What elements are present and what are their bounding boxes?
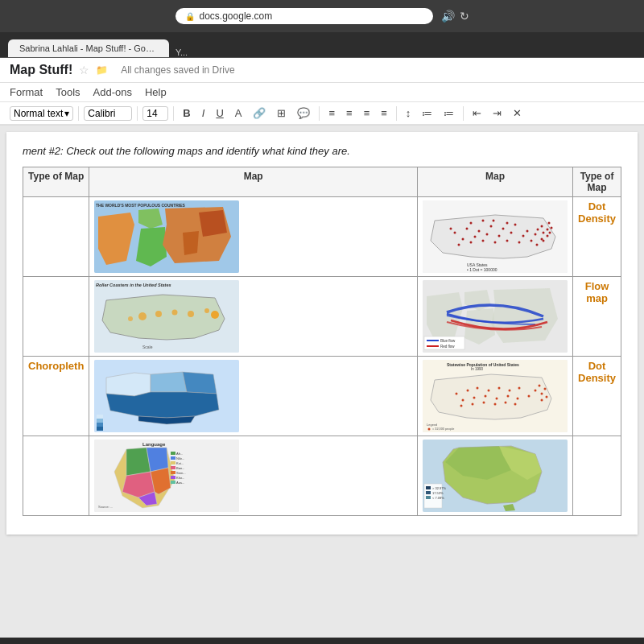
underline-button[interactable]: U — [212, 105, 227, 121]
align-right-button[interactable]: ≡ — [360, 105, 374, 121]
active-tab[interactable]: Sabrina Lahlali - Map Stuff! - Google Do… — [8, 39, 169, 57]
svg-rect-76 — [97, 415, 103, 419]
world-map-svg: THE WORLD'S MOST POPULOUS COUNTRIES — [94, 200, 239, 273]
col-header-map-left: Map — [89, 167, 418, 197]
close-button[interactable]: ✕ — [509, 105, 526, 121]
svg-text:= 32,000 people: = 32,000 people — [432, 427, 454, 431]
type-label-dot-density-2: Dot Density — [578, 360, 616, 384]
svg-point-36 — [470, 222, 473, 225]
address-bar[interactable]: 🔒 docs.google.com — [175, 8, 433, 24]
text-color-button[interactable]: A — [231, 105, 246, 121]
svg-point-15 — [514, 224, 517, 226]
italic-button[interactable]: I — [198, 105, 209, 121]
svg-point-20 — [498, 235, 501, 237]
svg-marker-6 — [183, 231, 199, 255]
map-right-4: > 32.97% 17.53% < 7.09% — [418, 436, 573, 516]
svg-point-35 — [506, 222, 509, 225]
svg-marker-83 — [431, 374, 551, 419]
svg-marker-73 — [183, 372, 217, 394]
indent-inc-button[interactable]: ⇥ — [489, 105, 506, 121]
svg-text:< 7.09%: < 7.09% — [432, 496, 444, 500]
svg-point-25 — [470, 242, 473, 244]
svg-text:• 1 Dot = 100000: • 1 Dot = 100000 — [467, 267, 497, 272]
assignment-text: ment #2: Check out the following maps an… — [23, 145, 621, 157]
table-row: Choropleth — [23, 357, 621, 436]
align-center-button[interactable]: ≡ — [342, 105, 357, 121]
svg-point-93 — [485, 395, 487, 398]
star-icon[interactable]: ☆ — [79, 64, 89, 76]
svg-rect-146 — [426, 496, 431, 499]
col-header-type-right: Type of Map — [573, 167, 621, 197]
size-dropdown[interactable]: 14 — [142, 106, 168, 121]
svg-point-21 — [510, 232, 513, 234]
svg-point-42 — [541, 238, 543, 241]
australia-svg: > 32.97% 17.53% < 7.09% — [423, 440, 568, 512]
type-left-1 — [23, 197, 89, 277]
audio-icon: 🔊 — [441, 10, 455, 23]
svg-point-26 — [482, 240, 485, 242]
numbered-list-button[interactable]: ≔ — [418, 105, 436, 121]
svg-rect-142 — [426, 486, 431, 489]
indent-dec-button[interactable]: ⇤ — [469, 105, 485, 121]
link-button[interactable]: 🔗 — [249, 105, 270, 121]
svg-point-105 — [544, 388, 547, 390]
svg-point-18 — [474, 236, 477, 238]
bold-button[interactable]: B — [179, 105, 194, 121]
svg-marker-51 — [102, 295, 225, 340]
menu-addons[interactable]: Add-ons — [93, 85, 132, 100]
bullet-list-button[interactable]: ≔ — [440, 105, 458, 121]
svg-rect-123 — [171, 456, 175, 460]
svg-point-107 — [546, 396, 548, 398]
map-right-2: Blue flow Red flow — [418, 277, 573, 357]
svg-point-111 — [428, 428, 431, 431]
comment-button[interactable]: 💬 — [293, 105, 314, 121]
choropleth-blue-svg — [94, 360, 239, 432]
svg-text:Nilo...: Nilo... — [176, 456, 184, 460]
svg-point-92 — [473, 397, 476, 399]
svg-text:Koi...: Koi... — [176, 461, 184, 465]
svg-marker-72 — [151, 372, 187, 392]
type-left-3: Choropleth — [23, 357, 89, 436]
line-spacing-button[interactable]: ↕ — [402, 105, 415, 121]
map-image-dot-usa2: Statewise Population of United States In… — [423, 360, 568, 432]
table-row: Language Afr... — [23, 436, 621, 516]
menu-tools[interactable]: Tools — [56, 85, 80, 100]
table-row: Roller Coasters in the United States — [23, 277, 621, 357]
svg-marker-116 — [126, 448, 151, 476]
svg-text:Afr...: Afr... — [176, 452, 183, 456]
tab-right-text[interactable]: Y... — [175, 47, 188, 57]
separator-2 — [137, 106, 138, 121]
svg-rect-78 — [97, 423, 103, 427]
svg-point-11 — [466, 228, 469, 230]
align-left-button[interactable]: ≡ — [324, 105, 339, 121]
style-dropdown[interactable]: Normal text ▾ — [10, 106, 73, 121]
svg-point-87 — [488, 390, 490, 392]
image-button[interactable]: ⊞ — [273, 105, 290, 121]
svg-point-29 — [518, 242, 521, 244]
svg-point-55 — [188, 311, 194, 317]
svg-rect-77 — [97, 419, 103, 423]
svg-point-97 — [528, 395, 530, 398]
svg-text:In 1990: In 1990 — [471, 367, 484, 371]
svg-rect-125 — [171, 461, 175, 464]
folder-icon[interactable]: 📁 — [96, 64, 108, 76]
font-dropdown[interactable]: Calibri — [84, 106, 132, 121]
separator-6 — [463, 106, 464, 121]
separator-1 — [78, 106, 79, 121]
svg-point-41 — [547, 235, 549, 237]
menu-format[interactable]: Format — [10, 85, 43, 100]
svg-point-53 — [155, 311, 162, 317]
svg-point-102 — [505, 402, 507, 404]
svg-text:Scale: Scale — [142, 345, 153, 349]
map-image-australia: > 32.97% 17.53% < 7.09% — [423, 440, 568, 512]
align-justify-button[interactable]: ≡ — [377, 105, 391, 121]
svg-marker-71 — [106, 373, 151, 396]
svg-point-27 — [494, 242, 497, 244]
svg-point-12 — [478, 230, 481, 233]
coasters-svg: Roller Coasters in the United States — [94, 280, 239, 353]
svg-point-34 — [493, 220, 495, 222]
svg-text:17.53%: 17.53% — [432, 491, 444, 495]
svg-text:Aus...: Aus... — [176, 481, 184, 485]
menu-help[interactable]: Help — [145, 85, 167, 100]
svg-point-86 — [477, 387, 479, 390]
